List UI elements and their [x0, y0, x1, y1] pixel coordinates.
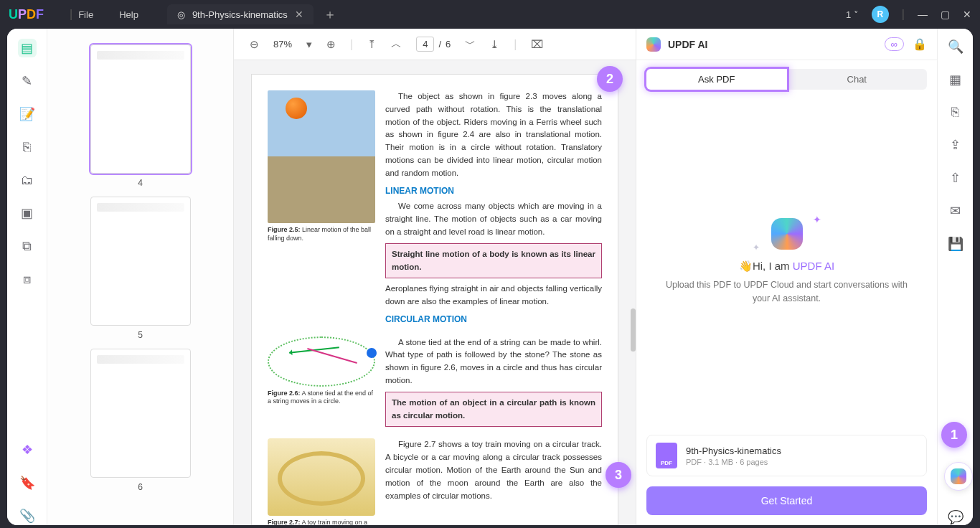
thumbnail-page-4[interactable]: [90, 44, 191, 174]
save-icon[interactable]: 💾: [948, 236, 963, 252]
document-area[interactable]: Figure 2.5: Linear motion of the ball fa…: [234, 60, 636, 525]
ai-header: UPDF AI ∞ 🔒: [636, 29, 937, 60]
zoom-value[interactable]: 87%: [273, 39, 292, 50]
ai-launcher-button[interactable]: [944, 462, 973, 491]
redact-tool-icon[interactable]: ▣: [18, 204, 37, 222]
menu-help[interactable]: Help: [119, 9, 138, 20]
step-badge-3: 3: [606, 462, 631, 488]
updf-ai-logo-icon: [646, 37, 661, 52]
tab-doc-icon: ◎: [177, 9, 185, 20]
avatar[interactable]: R: [872, 6, 889, 23]
heading-circular-motion: CIRCULAR MOTION: [385, 313, 602, 326]
scrollbar[interactable]: [631, 308, 636, 352]
share-icon[interactable]: ⇧: [950, 170, 961, 186]
pdf-file-icon: PDF: [656, 443, 677, 468]
tab-close-icon[interactable]: ✕: [295, 9, 303, 20]
figure-2-7-image: [268, 438, 375, 516]
separator: |: [70, 8, 72, 21]
thumbnail-number: 6: [57, 482, 223, 492]
export-page-icon[interactable]: ⎘: [951, 105, 959, 120]
step-badge-2: 2: [597, 66, 623, 92]
thumbnail-number: 4: [57, 178, 223, 188]
step-badge-1: 1: [941, 422, 967, 448]
form-tool-icon[interactable]: ⎘: [18, 138, 37, 156]
bookmark-icon[interactable]: 🔖: [18, 473, 37, 492]
thumbnail-number: 5: [57, 330, 223, 340]
separator: |: [350, 38, 353, 51]
page-view: ⊖ 87% ▾ ⊕ | ⤒ ︿ 4 / 6 ﹀ ⤓ | ⌧ Figure 2.: [234, 29, 636, 525]
ai-body: 👋Hi, I am UPDF AI Upload this PDF to UPD…: [636, 95, 937, 428]
next-page-icon[interactable]: ﹀: [465, 37, 476, 51]
paragraph: We come across many objects which are mo…: [385, 200, 602, 238]
crop-tool-icon[interactable]: ⧉: [18, 237, 37, 255]
paragraph: A stone tied at the end of a string can …: [385, 336, 602, 387]
thumbnail-panel[interactable]: 4 5 6: [47, 29, 234, 525]
definition-box-linear: Straight line motion of a body is known …: [385, 243, 602, 279]
current-page-input[interactable]: 4: [416, 37, 434, 52]
ai-launcher-icon: [951, 468, 966, 484]
ai-panel: UPDF AI ∞ 🔒 Ask PDF Chat 👋Hi, I am UPDF …: [636, 29, 937, 525]
heading-linear-motion: LINEAR MOTION: [385, 184, 602, 198]
ai-flower-icon: [771, 218, 803, 250]
paragraph: Figure 2.7 shows a toy train moving on a…: [385, 438, 602, 502]
window-maximize-icon[interactable]: ▢: [941, 9, 950, 20]
page-indicator: 4 / 6: [416, 37, 451, 52]
tab-chat[interactable]: Chat: [787, 69, 928, 90]
figure-2-6-image: [268, 336, 375, 387]
separator: |: [902, 8, 905, 21]
paragraph: The object as shown in figure 2.3 moves …: [385, 90, 602, 180]
file-meta: PDF · 3.1 MB · 6 pages: [686, 458, 781, 466]
right-toolbar: 🔍 ▦ ⎘ ⇪ ⇧ ✉ 💾 💬: [937, 29, 973, 525]
search-icon[interactable]: 🔍: [948, 39, 963, 55]
attachment-icon[interactable]: 📎: [18, 506, 37, 525]
figure-2-6-caption: Figure 2.6: A stone tied at the end of a…: [268, 390, 375, 406]
reader-tool-icon[interactable]: ▤: [18, 39, 37, 57]
new-tab-button[interactable]: ＋: [324, 6, 336, 23]
definition-box-circular: The motion of an object in a circular pa…: [385, 392, 602, 428]
figure-2-5-image: [268, 90, 375, 223]
separator: |: [514, 38, 517, 51]
mail-icon[interactable]: ✉: [950, 203, 961, 219]
window-close-icon[interactable]: ✕: [963, 9, 971, 20]
app-logo: UPDF: [9, 7, 44, 22]
left-toolbar: ▤ ✎ 📝 ⎘ 🗂 ▣ ⧉ ⧈ ❖ 🔖 📎: [7, 29, 47, 525]
ai-title: UPDF AI: [668, 39, 707, 50]
edit-text-tool-icon[interactable]: 📝: [18, 105, 37, 123]
page-toolbar: ⊖ 87% ▾ ⊕ | ⤒ ︿ 4 / 6 ﹀ ⤓ | ⌧: [234, 29, 636, 60]
compare-tool-icon[interactable]: ⧈: [18, 270, 37, 288]
tab-label: 9th-Physics-kinematics: [192, 9, 288, 20]
zoom-out-icon[interactable]: ⊖: [250, 38, 259, 51]
ai-subtext: Upload this PDF to UPDF Cloud and start …: [665, 278, 909, 306]
zoom-in-icon[interactable]: ⊕: [326, 38, 336, 51]
ai-tabs: Ask PDF Chat: [636, 60, 937, 95]
thumbnail-page-5[interactable]: [90, 197, 191, 326]
menu-file[interactable]: File: [78, 9, 93, 20]
lock-icon[interactable]: 🔒: [913, 37, 927, 51]
paragraph: Aeroplanes flying straight in air and ob…: [385, 283, 602, 308]
total-pages: 6: [446, 39, 451, 50]
comment-icon[interactable]: 💬: [948, 509, 963, 525]
user-count[interactable]: 1 ˅: [846, 9, 859, 20]
get-started-button[interactable]: Get Started: [646, 486, 927, 515]
tab-ask-pdf[interactable]: Ask PDF: [646, 69, 787, 90]
page-organize-tool-icon[interactable]: 🗂: [18, 171, 37, 189]
last-page-icon[interactable]: ⤓: [490, 38, 499, 51]
titlebar: UPDF | File Help ◎ 9th-Physics-kinematic…: [0, 0, 980, 29]
file-card[interactable]: PDF 9th-Physics-kinematics PDF · 3.1 MB …: [646, 435, 927, 476]
document-tab[interactable]: ◎ 9th-Physics-kinematics ✕: [167, 4, 314, 24]
thumbnail-page-6[interactable]: [90, 349, 191, 478]
figure-2-7-caption: Figure 2.7: A toy train moving on a circ…: [268, 519, 375, 525]
ocr-icon[interactable]: ▦: [949, 72, 961, 88]
layers-icon[interactable]: ❖: [18, 440, 37, 459]
highlight-tool-icon[interactable]: ✎: [18, 72, 37, 90]
prev-page-icon[interactable]: ︿: [391, 37, 402, 51]
first-page-icon[interactable]: ⤒: [367, 38, 377, 51]
page-sheet: Figure 2.5: Linear motion of the ball fa…: [252, 75, 618, 525]
window-minimize-icon[interactable]: —: [918, 9, 928, 20]
export-file-icon[interactable]: ⇪: [950, 137, 961, 153]
zoom-dropdown-icon[interactable]: ▾: [306, 38, 312, 51]
file-name: 9th-Physics-kinematics: [686, 446, 781, 456]
figure-2-5-caption: Figure 2.5: Linear motion of the ball fa…: [268, 226, 375, 242]
present-icon[interactable]: ⌧: [531, 38, 543, 51]
infinity-chip[interactable]: ∞: [885, 37, 904, 51]
